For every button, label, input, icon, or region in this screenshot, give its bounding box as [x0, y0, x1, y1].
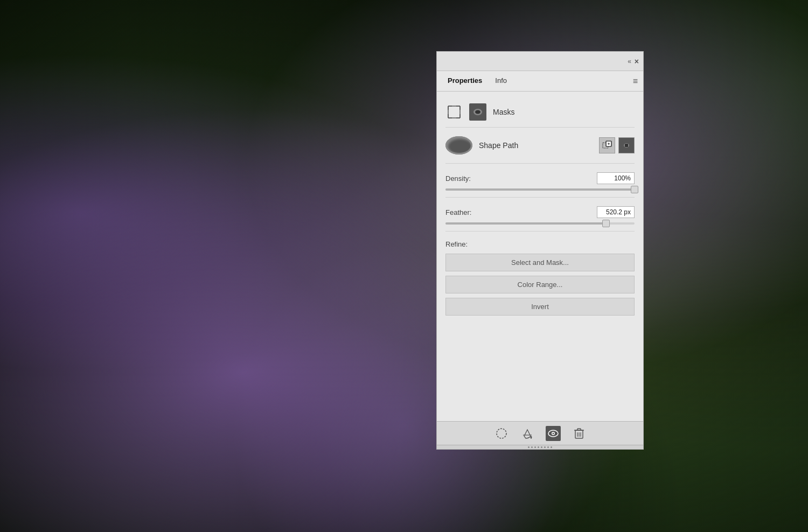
feather-slider[interactable]	[445, 222, 635, 225]
svg-point-14	[451, 141, 466, 150]
masks-label: Masks	[493, 108, 514, 116]
visibility-button[interactable]	[546, 426, 561, 441]
add-to-selection-button[interactable]	[599, 137, 615, 153]
density-slider[interactable]	[445, 188, 635, 191]
color-range-button[interactable]: Color Range...	[445, 276, 635, 293]
feather-section: Feather: 520.2 px	[445, 198, 635, 232]
density-label: Density:	[445, 174, 471, 183]
panel-tabs: Properties Info ≡	[437, 71, 643, 92]
shape-path-thumbnail	[445, 136, 472, 155]
pixel-mask-icon[interactable]	[445, 103, 463, 121]
collapse-button[interactable]: «	[628, 58, 630, 65]
resize-handle[interactable]	[437, 445, 643, 449]
density-value[interactable]: 100%	[597, 172, 635, 184]
density-fill	[445, 188, 635, 191]
feather-fill	[445, 222, 606, 225]
delete-button[interactable]	[572, 426, 587, 441]
svg-rect-0	[448, 106, 460, 118]
tab-properties[interactable]: Properties	[441, 72, 489, 90]
panel-toolbar	[437, 421, 643, 445]
feather-row: Feather: 520.2 px	[445, 206, 635, 218]
feather-label: Feather:	[445, 208, 471, 216]
density-thumb[interactable]	[631, 186, 638, 193]
panel-body: Masks Shape Path	[437, 92, 643, 421]
svg-point-13	[449, 139, 469, 152]
shape-path-label: Shape Path	[479, 141, 593, 150]
vector-mask-icon[interactable]	[469, 103, 486, 121]
shape-path-row: Shape Path	[445, 128, 635, 164]
resize-dots	[528, 446, 552, 448]
density-section: Density: 100%	[445, 164, 635, 198]
svg-point-11	[475, 110, 480, 114]
close-button[interactable]: ×	[635, 57, 639, 66]
tab-info[interactable]: Info	[489, 72, 513, 90]
feather-value[interactable]: 520.2 px	[597, 206, 635, 218]
select-and-mask-button[interactable]: Select and Mask...	[445, 254, 635, 271]
svg-point-23	[497, 429, 506, 438]
panel-header: « ×	[437, 52, 643, 71]
feather-thumb[interactable]	[602, 220, 610, 227]
density-row: Density: 100%	[445, 172, 635, 184]
refine-section: Refine: Select and Mask... Color Range..…	[445, 232, 635, 326]
shape-path-buttons	[599, 137, 635, 153]
invert-button[interactable]: Invert	[445, 298, 635, 316]
refine-label: Refine:	[445, 240, 635, 248]
svg-point-27	[552, 432, 554, 434]
selection-tool-button[interactable]	[494, 426, 509, 441]
paint-bucket-button[interactable]	[520, 426, 535, 441]
header-controls: « ×	[628, 57, 639, 66]
panel-menu-button[interactable]: ≡	[633, 76, 639, 86]
properties-panel: « × Properties Info ≡	[436, 51, 644, 450]
svg-rect-22	[625, 144, 628, 147]
background	[0, 0, 808, 532]
masks-section: Masks	[445, 98, 635, 128]
vector-mask-button[interactable]	[618, 137, 635, 153]
svg-rect-12	[445, 136, 472, 155]
